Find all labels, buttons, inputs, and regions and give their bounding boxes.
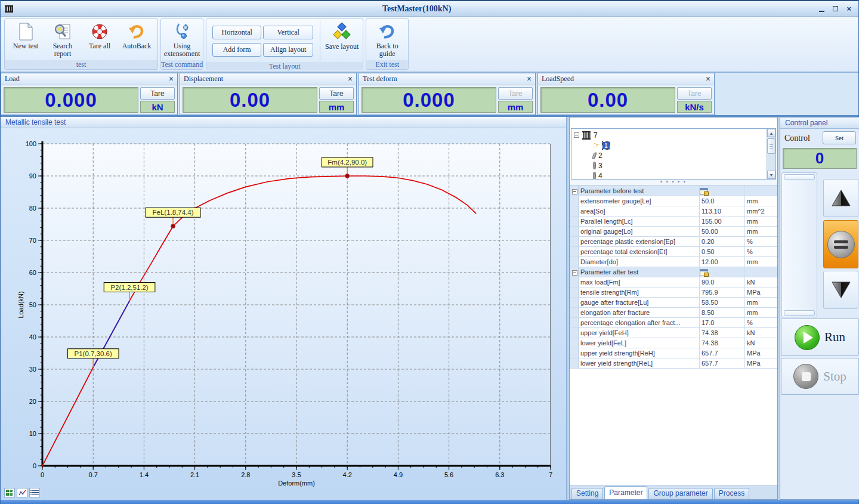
svg-text:P2(1.2,51.2): P2(1.2,51.2) [110,284,148,291]
curve-view-icon[interactable] [17,488,27,497]
ribbon-group-test-command: Using extensomentTest command [160,18,203,70]
param-row-lower-yield-strength[interactable]: lower yield strength[ReL]657.7MPa [570,358,778,369]
save-layout-button[interactable]: Save layout [325,22,359,60]
using-extensoment-button[interactable]: Using extensoment [165,21,199,60]
scroll-down-icon[interactable]: ▼ [767,171,775,179]
control-value-display: 0 [783,148,857,169]
jog-stop-button[interactable] [823,220,858,268]
tare-all-button[interactable]: Tare all [82,21,117,60]
param-section-parameter-before-test[interactable]: Parameter before test [570,186,778,196]
tab-group-parameter[interactable]: Group parameter [648,488,712,499]
param-name: original gauge[Lo] [579,227,700,237]
tare-button[interactable]: Tare [140,87,175,100]
svg-text:7: 7 [549,471,552,478]
search-report-icon [54,22,72,41]
jog-up-button[interactable] [823,179,858,217]
set-button[interactable]: Set [823,131,856,144]
specimen-icon [593,173,596,178]
horizontal-splitter[interactable]: • • • • • [570,180,777,185]
param-row-area[interactable]: area[So]113.10mm^2 [570,206,778,217]
autoback-icon [128,22,146,41]
param-value: 74.38 [700,338,745,348]
list-view-icon[interactable] [29,488,40,497]
close-icon[interactable]: × [348,75,353,84]
collapse-icon[interactable] [572,270,577,276]
vertical-button[interactable]: Vertical [263,26,313,39]
tree-item-1[interactable]: ☞1 [574,140,767,150]
grid-view-icon[interactable] [4,488,15,497]
svg-text:6.3: 6.3 [495,471,504,478]
svg-text:0: 0 [33,462,36,469]
speed-slider-thumb[interactable] [784,174,815,180]
jog-down-button[interactable] [823,271,858,309]
gauge-value: 0.00 [540,87,675,113]
add-form-button[interactable]: Add form [212,43,261,57]
back-to-guide-button[interactable]: Back to guide [370,21,404,60]
param-row-percentage-elongation-after-fract[interactable]: percentage elongation after fract...17.0… [570,318,778,328]
param-unit: kN [745,328,778,338]
edit-parameters-icon[interactable] [700,269,708,276]
edit-parameters-icon[interactable] [700,188,708,195]
tree-item-2[interactable]: 2 [574,150,767,160]
svg-text:3.5: 3.5 [292,471,301,478]
chart-panel: Metallic tensile test 00.71.42.12.83.54.… [1,117,567,500]
param-row-max-load[interactable]: max load[Fm]90.0kN [570,277,778,287]
param-row-original-gauge[interactable]: original gauge[Lo]50.00mm [570,227,778,237]
param-name: upper yield[FeH] [579,328,700,338]
run-button[interactable]: Run [781,319,859,356]
tab-setting[interactable]: Setting [571,488,603,499]
param-row-parallel-length[interactable]: Parallel length[Lc]155.00mm [570,217,778,227]
param-unit: MPa [745,287,778,298]
chart-area: 00.71.42.12.83.54.24.95.66.3701020304050… [1,128,566,487]
close-icon[interactable]: × [527,75,532,84]
tree-item-3[interactable]: 3 [574,160,767,171]
param-name: percentage elongation after fract... [579,318,700,328]
param-row-extensometer-gauge[interactable]: extensometer gauge[Le]50.0mm [570,196,778,206]
collapse-icon[interactable] [572,189,577,194]
close-icon[interactable]: × [169,75,174,84]
search-report-button[interactable]: Search report [45,21,80,60]
param-row-tensile-strength[interactable]: tensile strength[Rm]795.9MPa [570,287,778,298]
minimize-icon[interactable] [819,6,824,12]
tree-scrollbar[interactable]: ▲ ▼ [767,129,775,179]
param-row-lower-yield[interactable]: lower yield[FeL]74.38kN [570,338,778,348]
param-section-parameter-after-test[interactable]: Parameter after test [570,267,778,277]
extensometer-icon [173,22,191,41]
tree-root[interactable]: 7 [574,130,767,140]
param-row-upper-yield-strength[interactable]: upper yield strength[ReH]657.7MPa [570,348,778,358]
param-row-elongation-after-fracture[interactable]: elongation after fracture8.50mm [570,308,778,318]
scroll-up-icon[interactable]: ▲ [767,129,775,137]
app-icon [4,4,14,14]
tab-process[interactable]: Process [714,488,749,499]
maximize-icon[interactable] [833,6,838,11]
param-row-percentage-plastic-extension[interactable]: percentage plastic extension[Ep]0.20% [570,237,778,247]
gauge-displacement: Displacement×0.00Taremm [180,73,357,115]
svg-text:10: 10 [29,430,36,437]
tab-parameter[interactable]: Parameter [604,486,647,499]
close-icon[interactable]: × [706,75,710,84]
param-row-upper-yield[interactable]: upper yield[FeH]74.38kN [570,328,778,338]
param-value: 58.50 [700,298,745,308]
collapse-icon[interactable] [574,132,579,138]
speed-slider[interactable] [781,172,817,317]
param-value: 12.00 [700,257,745,267]
specimen-icon [592,151,597,159]
param-unit: % [745,318,778,328]
scroll-thumb[interactable] [767,138,775,154]
align-layout-button[interactable]: Align layout [263,43,313,57]
horizontal-button[interactable]: Horizontal [212,26,261,39]
param-unit: MPa [745,348,778,358]
svg-text:4.9: 4.9 [394,471,403,478]
autoback-button[interactable]: AutoBack [119,21,154,60]
tare-button[interactable]: Tare [319,87,354,100]
gauge-unit: kN/s [677,101,712,113]
param-row-gauge-after-fracture[interactable]: gauge after fracture[Lu]58.50mm [570,298,778,308]
param-row-percentage-total-extension[interactable]: percentage total extension[Et]0.50% [570,247,778,257]
tree-item-4[interactable]: 4 [574,171,767,180]
new-test-button[interactable]: New test [8,21,43,60]
param-unit: mm [745,217,778,227]
param-row-diameter[interactable]: Diameter[do]12.00mm [570,257,778,267]
stop-button[interactable]: Stop [781,358,859,395]
close-icon[interactable]: × [846,5,851,13]
param-unit: kN [745,338,778,348]
